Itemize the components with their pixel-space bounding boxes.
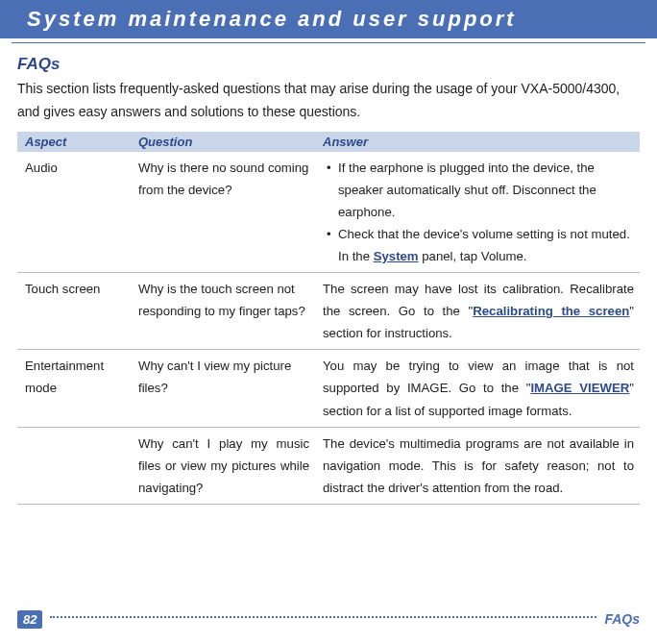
cell-answer: If the earphone is plugged into the devi… [315,152,640,273]
cell-answer: The screen may have lost its calibration… [315,273,640,350]
link-recalibrating[interactable]: Recalibrating the screen [473,304,629,318]
footer-dots [50,616,596,618]
cell-answer: You may be trying to view an image that … [315,350,640,427]
answer-bullet: If the earphone is plugged into the devi… [327,157,634,223]
col-header-aspect: Aspect [17,132,131,152]
page-footer: 82 FAQs [0,607,657,631]
cell-aspect: Touch screen [17,273,131,350]
page-number: 82 [17,610,42,629]
cell-answer: The device's multimedia programs are not… [315,427,640,504]
answer-bullet-list: If the earphone is plugged into the devi… [323,157,634,267]
page-title: System maintenance and user support [27,7,517,32]
cell-aspect: Entertainment mode [17,350,131,427]
answer-bullet: Check that the device's volume setting i… [327,223,634,267]
cell-question: Why can't I view my picture files? [131,350,315,427]
table-row: Audio Why is there no sound coming from … [17,152,640,273]
link-system[interactable]: System [374,249,419,263]
answer-text: panel, tap Volume. [419,249,527,263]
table-row: Entertainment mode Why can't I view my p… [17,350,640,427]
footer-label: FAQs [604,611,640,627]
col-header-answer: Answer [315,132,640,152]
cell-aspect: Audio [17,152,131,273]
table-row: Why can't I play my music files or view … [17,427,640,504]
page-header: System maintenance and user support [0,0,657,38]
section-title: FAQs [17,55,640,74]
col-header-question: Question [131,132,315,152]
cell-aspect [17,427,131,504]
section-intro: This section lists frequently-asked ques… [17,78,640,124]
faq-table: Aspect Question Answer Audio Why is ther… [17,132,640,505]
table-row: Touch screen Why is the touch screen not… [17,273,640,350]
header-rule [12,42,645,43]
content-area: FAQs This section lists frequently-asked… [0,55,657,505]
cell-question: Why is the touch screen not responding t… [131,273,315,350]
link-image-viewer[interactable]: IMAGE VIEWER [530,381,629,395]
cell-question: Why is there no sound coming from the de… [131,152,315,273]
table-header-row: Aspect Question Answer [17,132,640,152]
cell-question: Why can't I play my music files or view … [131,427,315,504]
